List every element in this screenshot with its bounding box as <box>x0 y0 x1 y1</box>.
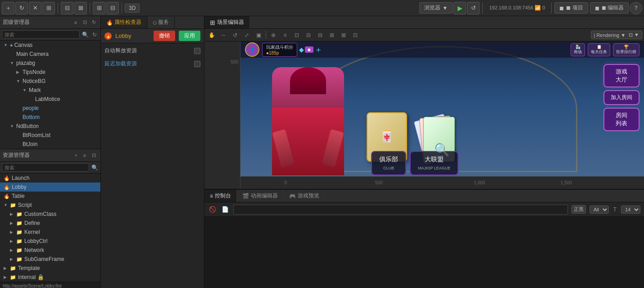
btn-club[interactable]: 俱乐部CLUB <box>371 151 406 175</box>
prop-delayed-load-label[interactable]: 延迟加载资源 <box>104 60 194 68</box>
game-preview-icon: 🎮 <box>289 193 296 199</box>
console-file-btn[interactable]: 📄 <box>221 205 230 214</box>
tab-properties[interactable]: 🔥 属性检查器 <box>101 16 147 28</box>
tree-tipsnode[interactable]: ▶TipsNode <box>0 68 100 77</box>
project-btn[interactable]: ◼ ◼ 项目 <box>554 2 588 14</box>
prop-auto-release-checkbox[interactable] <box>194 48 200 54</box>
game-top-bar: 👤 玩家战斗积分 ●185p ◆ ■ ＋ 🏪商场 📋每 <box>240 41 644 58</box>
tab-scene-editor[interactable]: ⊞ 场景编辑器 <box>204 16 250 28</box>
scene-viewport[interactable]: 500 👤 玩家战斗积分 ● <box>204 41 644 189</box>
tool-align[interactable]: ≡ <box>280 30 290 41</box>
tool-rect[interactable]: ▣ <box>253 30 264 41</box>
tree-ndbutton[interactable]: ▼NdButton <box>0 122 100 131</box>
editor-btn[interactable]: ◼ ◼ 编辑器 <box>590 2 629 14</box>
asset-subgameframe[interactable]: ▶📁SubGameFrame <box>0 255 100 264</box>
asset-network[interactable]: ▶📁Network <box>0 246 100 255</box>
hierarchy-action-2[interactable]: ⊡ <box>81 18 89 27</box>
tool-more2[interactable]: ⊟ <box>315 30 326 41</box>
tab-game-preview[interactable]: 🎮 游戏预览 <box>284 190 325 202</box>
tab-services[interactable]: ◇ 服务 <box>147 16 175 28</box>
ruler-500: 500 <box>231 59 238 64</box>
asset-template[interactable]: ▶📁Template <box>0 264 100 273</box>
add-btn[interactable]: ＋ <box>2 2 14 14</box>
asset-table[interactable]: 🔥Table <box>0 192 100 201</box>
tree-labmotice[interactable]: LabMotice <box>0 95 100 104</box>
asset-lobby[interactable]: 🔥Lobby <box>0 183 100 192</box>
tab-console[interactable]: ≡ 控制台 <box>204 190 237 202</box>
layout-btn3[interactable]: ⊟ <box>106 2 119 14</box>
tree-btjoin[interactable]: BtJoin <box>0 140 100 149</box>
assets-action3[interactable]: ⊡ <box>90 151 98 160</box>
layout-btn1[interactable]: ⊟ <box>61 2 73 14</box>
sep5 <box>551 3 552 14</box>
prop-delayed-load-checkbox[interactable] <box>194 61 200 67</box>
hierarchy-actions: ≡ ⊡ ↻ <box>72 18 98 27</box>
editor-icon: ◼ <box>595 5 599 11</box>
browser-dropdown[interactable]: 浏览器 ▼ <box>419 2 453 14</box>
font-all-select[interactable]: All <box>590 206 609 214</box>
refresh-icon[interactable]: ↻ <box>91 31 99 39</box>
cancel-btn[interactable]: 撤销 <box>154 31 175 41</box>
tool-grid[interactable]: ⊡ <box>291 30 302 41</box>
asset-internal[interactable]: ▶📁internal 🔒 <box>0 273 100 282</box>
ruler-mark-1500: 1,500 <box>561 180 572 185</box>
grid-btn[interactable]: ⊞ <box>42 2 55 14</box>
asset-define[interactable]: ▶📁Define <box>0 219 100 228</box>
hierarchy-title: 层级管理器 <box>3 18 30 26</box>
tree-bottom[interactable]: Bottom <box>0 113 100 122</box>
hierarchy-search-input[interactable] <box>2 30 80 39</box>
assets-search-input[interactable] <box>2 163 89 172</box>
btn-join-room[interactable]: 加入房间 <box>603 90 639 105</box>
asset-launch[interactable]: 🔥Launch <box>0 174 100 183</box>
quad-btn[interactable]: ⊞ <box>93 2 105 14</box>
asset-script[interactable]: ▼📁Script <box>0 201 100 210</box>
3d-toggle[interactable]: 3D <box>125 4 140 13</box>
tool-anchor[interactable]: ⊕ <box>268 30 279 41</box>
asset-lobbyctrl[interactable]: ▶📁LobbyCtrl <box>0 237 100 246</box>
tool-rotate[interactable]: ↺ <box>230 30 240 41</box>
tree-people[interactable]: people <box>0 104 100 113</box>
font-t-label: T <box>613 206 617 213</box>
rendering-dropdown[interactable]: | Rendering ▼ ⊡ ▼ <box>591 31 642 39</box>
tab-animation[interactable]: 🎬 动画编辑器 <box>237 190 284 202</box>
tree-btroomlist[interactable]: BtRoomList <box>0 131 100 140</box>
tree-plazabg[interactable]: ▼plazabg <box>0 59 100 68</box>
tool-more1[interactable]: ⊟ <box>303 30 314 41</box>
apply-btn[interactable]: 应用 <box>179 31 200 41</box>
sep1 <box>58 3 58 14</box>
assets-add-btn[interactable]: ＋ <box>72 151 80 160</box>
play-btn[interactable]: ▶ <box>454 2 466 14</box>
tool-hand[interactable]: ✋ <box>206 30 217 41</box>
hierarchy-search-bar: 🔍 ↻ <box>0 29 100 41</box>
tool-move[interactable]: ↔ <box>218 30 229 41</box>
layout-btn2[interactable]: ⊠ <box>74 2 87 14</box>
tool-more3[interactable]: ⊞ <box>327 30 337 41</box>
search-icon[interactable]: 🔍 <box>81 31 89 39</box>
ruler-mark-500: 500 <box>375 180 383 185</box>
scene-tabs: ⊞ 场景编辑器 <box>204 16 644 29</box>
tree-main-camera[interactable]: Main Camera <box>0 50 100 59</box>
right-menu: 游戏大厅 加入房间 房间列表 <box>603 64 639 131</box>
console-input[interactable] <box>233 205 568 215</box>
refresh-btn[interactable]: ↻ <box>15 2 28 14</box>
asset-customclass[interactable]: ▶📁CustomClass <box>0 210 100 219</box>
assets-list-btn[interactable]: ≡ <box>81 151 89 160</box>
font-size-select[interactable]: 14 <box>621 206 640 214</box>
tool-more5[interactable]: ⊡ <box>350 30 361 41</box>
tree-mark[interactable]: ▼Mark <box>0 86 100 95</box>
assets-tree: 🔥Launch 🔥Lobby 🔥Table ▼📁Script ▶📁CustomC… <box>0 174 100 282</box>
tree-noticebg[interactable]: ▼NoticeBG <box>0 77 100 86</box>
tool-scale[interactable]: ⤢ <box>241 30 252 41</box>
tree-canvas[interactable]: ▼ ●Canvas <box>0 41 100 50</box>
close-btn[interactable]: ✕ <box>29 2 41 14</box>
hierarchy-action-3[interactable]: ↻ <box>90 18 98 27</box>
help-btn[interactable]: ? <box>630 2 642 14</box>
console-clear-btn[interactable]: 🚫 <box>208 205 217 214</box>
btn-game-hall[interactable]: 游戏大厅 <box>603 64 639 87</box>
tool-more4[interactable]: ⊠ <box>338 30 349 41</box>
hierarchy-action-1[interactable]: ≡ <box>72 18 80 27</box>
reload-btn[interactable]: ↺ <box>467 2 480 14</box>
assets-search-icon[interactable]: 🔍 <box>91 164 99 172</box>
btn-room-list[interactable]: 房间列表 <box>603 108 639 131</box>
asset-kernel[interactable]: ▶📁Kernel <box>0 228 100 237</box>
